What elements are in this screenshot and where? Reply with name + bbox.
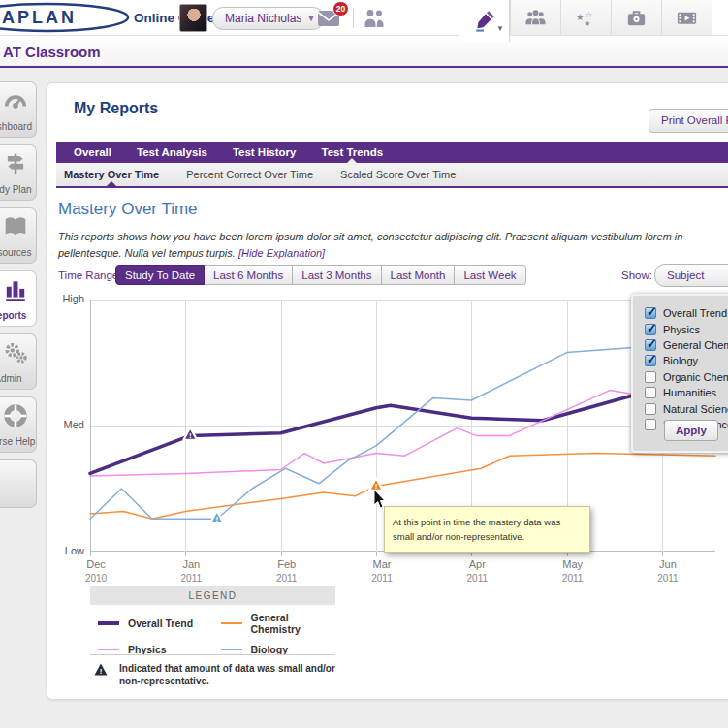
chevron-down-icon: ▼ [306,8,315,29]
filter-row-organic-chemistry: Organic Chemistry [645,369,728,385]
avatar [179,4,207,32]
warning-marker-glyph: ! [189,431,192,440]
classroom-divider [0,66,728,68]
legend-items: Overall TrendGeneral ChemistryPhysicsBio… [90,612,335,655]
filter-row-biology: Biology [645,353,728,368]
hide-explanation-link[interactable]: [Hide Explanation] [238,247,325,259]
legend-item-overall-trend: Overall Trend [90,612,213,635]
checkbox-humanities[interactable] [645,387,656,398]
report-description: This reports shows how you have been lor… [58,229,686,261]
header-tab-pencil[interactable]: ▼ [459,0,510,42]
tab-test-analysis[interactable]: Test Analysis [137,142,207,163]
time-range-last-3-months[interactable]: Last 3 Months [293,265,381,285]
tab-test-trends[interactable]: Test Trends [321,142,383,163]
stars-icon: ★☆★ [575,7,597,29]
signpost-icon [3,151,28,176]
x-tick-year: 2011 [181,573,203,584]
series-line-overall-trend[interactable] [90,388,715,473]
y-tick-high: High [53,293,84,304]
filter-label: Physics [663,324,700,335]
filter-row-general-chemistry: General Chemistry [645,337,728,353]
apply-button[interactable]: Apply [664,420,718,441]
warning-triangle-icon: ! [94,663,108,676]
series-filter-panel: Overall TrendPhysicsGeneral ChemistryBio… [631,294,728,453]
print-overall-report-button[interactable]: Print Overall Report [649,109,728,133]
tab-test-history[interactable]: Test History [233,142,297,163]
legend-swatch [98,649,119,650]
report-tab-bar: OverallTest AnalysisTest HistoryTest Tre… [56,142,728,163]
subject-dropdown[interactable]: Subject [654,264,728,287]
sidebar-item-dashboard[interactable]: Dashboard [0,81,37,138]
legend-item-label: Overall Trend [128,617,193,629]
video-icon [676,7,698,29]
time-range-label: Time Range: [58,269,121,281]
x-tick-apr-2011: Apr2011 [446,558,508,586]
mouse-cursor [373,490,388,510]
subtab-scaled-score-over-time[interactable]: Scaled Score Over Time [340,163,456,186]
filter-label: Overall Trend [663,307,727,319]
header-tab-toolbox[interactable] [611,0,661,35]
x-tick-year: 2011 [467,573,489,584]
subtab-mastery-over-time[interactable]: Mastery Over Time [64,163,159,186]
chart-tooltip: At this point in time the mastery data w… [384,506,590,553]
x-tick-month: Dec [86,558,106,570]
checkbox-physics[interactable] [645,324,656,335]
sidebar-item-admin[interactable]: Admin [0,333,37,390]
x-tick-year: 2011 [371,573,393,584]
header-tab-video[interactable] [661,0,712,35]
y-tick-med: Med [53,419,84,430]
x-tick-month: May [562,558,583,570]
svg-text:★: ★ [585,19,591,28]
sidebar-item-reports[interactable]: Reports [0,270,37,327]
legend-divider [90,654,335,655]
user-name: Maria Nicholas [225,12,301,25]
sidebar-item-extra[interactable] [0,459,37,508]
checkbox-organic-chemistry[interactable] [645,371,656,383]
checkbox-biology[interactable] [645,355,656,366]
svg-text:KAPLAN: KAPLAN [0,8,77,27]
checkbox-general-chemistry[interactable] [645,339,656,351]
kaplan-logo: KAPLAN [0,2,136,33]
people-group-icon [524,7,547,29]
series-line-physics[interactable] [90,391,715,476]
legend-item-label: General Chemistry [251,612,336,635]
tab-overall[interactable]: Overall [74,142,111,163]
user-menu-button[interactable]: Maria Nicholas ▼ [212,7,324,30]
toolbox-icon [625,7,648,29]
series-line-biology[interactable] [90,330,715,519]
sidebar-item-label: Course Help [0,436,36,447]
x-tick-jun-2011: Jun2011 [637,558,699,586]
time-range-last-month[interactable]: Last Month [382,265,456,285]
subtab-percent-correct-over-time[interactable]: Percent Correct Over Time [186,163,313,186]
section-title: Mastery Over Time [58,200,198,219]
x-tick-month: Jun [659,558,677,570]
checkbox-natural-sciences[interactable] [645,403,656,415]
filter-label: Biology [663,355,698,366]
header-tab-people-group[interactable] [510,0,560,35]
top-header: KAPLAN Online Center Maria Nicholas ▼ 20… [0,0,728,36]
checkbox-social-sciences[interactable] [645,419,656,430]
filter-label: General Chemistry [663,339,728,351]
sidebar-item-course-help[interactable]: Course Help [0,396,37,453]
sidebar-item-study-plan[interactable]: Study Plan [0,144,37,201]
header-tab-stars[interactable]: ★☆★ [560,0,611,35]
sidebar-item-label: Reports [0,310,36,321]
checkbox-overall-trend[interactable] [645,307,656,319]
filter-row-overall-trend: Overall Trend [645,305,728,321]
time-range-study-to-date[interactable]: Study To Date [115,265,205,285]
time-range-last-week[interactable]: Last Week [455,265,525,285]
people-pair-icon[interactable] [363,8,386,28]
filter-label: Organic Chemistry [663,371,728,383]
gauge-icon [3,88,28,113]
pencil-icon [473,10,495,32]
x-tick-may-2011: May2011 [542,558,604,586]
report-subtab-bar: Mastery Over TimePercent Correct Over Ti… [56,163,728,186]
classroom-bar: AT Classroom [0,36,728,66]
series-filter-rows: Overall TrendPhysicsGeneral ChemistryBio… [645,305,728,432]
legend-item-general-chemistry: General Chemistry [213,612,336,635]
description-text: This reports shows how you have been lor… [58,231,682,259]
sidebar-item-resources[interactable]: Resources [0,207,37,264]
sidebar-item-label: Resources [0,247,36,258]
filter-label: Natural Sciences [663,403,728,415]
time-range-last-6-months[interactable]: Last 6 Months [205,265,293,285]
